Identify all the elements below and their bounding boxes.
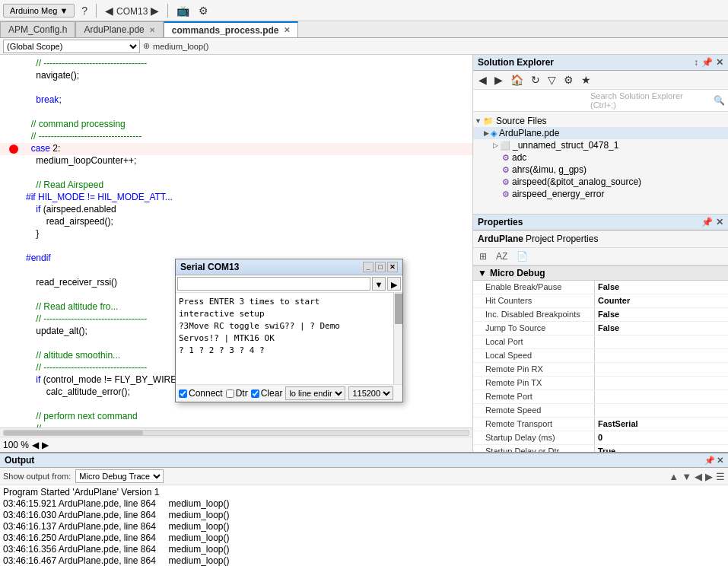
prop-name: Remote Port <box>473 390 595 403</box>
se-sync-icon[interactable]: ↕ <box>694 57 698 68</box>
output-filter-icon[interactable]: ☰ <box>716 471 725 482</box>
dtr-checkbox-label[interactable]: Dtr <box>226 388 248 399</box>
connect-checkbox-label[interactable]: Connect <box>179 388 223 399</box>
serial-input-field[interactable] <box>177 277 370 291</box>
code-text: // ---------------------------------- <box>26 131 142 143</box>
connect-checkbox[interactable] <box>179 389 187 398</box>
section-collapse-icon: ▼ <box>478 268 487 278</box>
line-num <box>3 301 26 313</box>
serial-monitor-content[interactable]: Press ENTER 3 times to start interactive… <box>176 293 402 384</box>
tree-item-ahrs[interactable]: ⚙ ahrs(&imu, g_gps) <box>473 164 728 176</box>
scope-func-icon: ⊕ <box>143 41 150 51</box>
output-left-icon[interactable]: ◀ <box>695 471 702 482</box>
properties-grid[interactable]: ▼ Micro Debug Enable Break/Pause False H… <box>473 265 728 452</box>
arduino-menu-btn[interactable]: Arduino Meg ▼ <box>3 4 75 17</box>
code-line: // perform next command <box>0 411 472 423</box>
code-text: // perform next command <box>26 411 138 423</box>
output-close-icon[interactable]: ✕ <box>717 456 723 466</box>
output-source-select[interactable]: Micro Debug Trace <box>75 469 164 483</box>
tab-commands[interactable]: commands_process.pde ✕ <box>164 21 298 37</box>
serial-input-icon-1[interactable]: ▼ <box>372 277 386 291</box>
solution-explorer-search-input[interactable] <box>476 94 587 107</box>
tree-item-airspeed[interactable]: ⚙ airspeed(&pitot_analog_source) <box>473 176 728 188</box>
prop-alpha-btn[interactable]: AZ <box>493 250 510 263</box>
serial-monitor-bottom: Connect Dtr Clear lo line endir 115200 <box>176 384 402 402</box>
tab-commands-close[interactable]: ✕ <box>284 26 290 34</box>
help-icon[interactable]: ? <box>79 3 90 18</box>
prop-value[interactable]: FastSerial <box>595 418 728 431</box>
se-refresh-btn[interactable]: ↻ <box>529 72 542 87</box>
line-num <box>3 374 26 386</box>
clear-checkbox-label[interactable]: Clear <box>251 388 283 399</box>
prop-value[interactable]: 0 <box>595 431 728 444</box>
toolbar-separator-1 <box>96 4 97 17</box>
output-down-icon[interactable]: ▼ <box>682 471 691 482</box>
se-forward-btn[interactable]: ▶ <box>492 72 505 87</box>
prop-pin-icon[interactable]: 📌 <box>701 217 713 227</box>
se-star-btn[interactable]: ★ <box>579 72 593 87</box>
prop-page-btn[interactable]: 📄 <box>513 250 531 263</box>
serial-monitor-scrollbar[interactable] <box>393 293 402 384</box>
zoom-decrease-btn[interactable]: ◀ <box>32 440 39 450</box>
serial-monitor-maximize-btn[interactable]: □ <box>375 262 386 272</box>
tree-arrow[interactable]: ▼ <box>475 117 482 125</box>
properties-title: Properties <box>478 217 523 227</box>
prop-categorize-btn[interactable]: ⊞ <box>476 250 490 263</box>
code-line <box>0 167 472 180</box>
line-num <box>3 411 26 423</box>
tree-item-arduplane[interactable]: ▶ ◈ ArduPlane.pde <box>473 127 728 139</box>
code-horizontal-scrollbar[interactable] <box>0 428 472 437</box>
tree-arrow[interactable]: ▶ <box>484 129 489 137</box>
prop-value[interactable]: True <box>595 445 728 452</box>
baud-rate-select[interactable]: 115200 <box>348 386 393 400</box>
prop-close-icon[interactable]: ✕ <box>716 217 723 227</box>
se-back-btn[interactable]: ◀ <box>476 72 489 87</box>
tree-item-adc[interactable]: ⚙ adc <box>473 151 728 164</box>
dtr-checkbox[interactable] <box>226 389 234 398</box>
tree-item-source-files[interactable]: ▼ 📁 Source Files <box>473 115 728 127</box>
prop-value[interactable]: False <box>595 308 728 321</box>
scope-selector[interactable]: (Global Scope) <box>3 40 140 53</box>
tree-item-struct[interactable]: ▷ ⬜ _unnamed_struct_0478_1 <box>473 139 728 151</box>
prop-value[interactable]: False <box>595 281 728 294</box>
output-title: Output <box>5 455 34 466</box>
output-up-icon[interactable]: ▲ <box>669 471 679 482</box>
search-icon[interactable]: 🔍 <box>714 95 725 106</box>
item-icon: ⚙ <box>502 189 510 199</box>
serial-monitor-minimize-btn[interactable]: _ <box>363 262 374 272</box>
serial-send-btn[interactable]: ▶ <box>387 277 401 291</box>
tab-arduplane[interactable]: ArduPlane.pde ✕ <box>75 21 163 37</box>
line-num <box>3 313 26 326</box>
prop-section-micro-debug[interactable]: ▼ Micro Debug <box>473 265 728 281</box>
se-settings-btn[interactable]: ⚙ <box>561 72 576 87</box>
prop-value[interactable] <box>595 404 728 417</box>
prop-value[interactable]: False <box>595 322 728 335</box>
zoom-increase-btn[interactable]: ▶ <box>42 440 49 450</box>
prop-value[interactable] <box>595 377 728 389</box>
clear-checkbox[interactable] <box>251 389 259 398</box>
com-selector[interactable]: ◀ COM13 ▶ <box>103 3 161 18</box>
line-ending-select[interactable]: lo line endir <box>285 386 345 400</box>
serial-monitor-close-btn[interactable]: ✕ <box>387 262 398 272</box>
se-pin-icon[interactable]: 📌 <box>701 57 713 68</box>
serial-monitor-controls: _ □ ✕ <box>363 262 398 272</box>
prop-value[interactable] <box>595 349 728 362</box>
tab-arduplane-close[interactable]: ✕ <box>149 26 155 34</box>
prop-value[interactable]: Counter <box>595 294 728 307</box>
monitor-icon[interactable]: 📺 <box>174 3 192 18</box>
se-filter-btn[interactable]: ▽ <box>545 72 558 87</box>
tree-item-airspeed-energy[interactable]: ⚙ airspeed_energy_error <box>473 188 728 200</box>
settings-icon[interactable]: ⚙ <box>196 3 211 18</box>
code-line <box>0 82 472 94</box>
tab-apm-config[interactable]: APM_Config.h <box>0 21 75 37</box>
tree-arrow[interactable]: ▷ <box>493 141 498 149</box>
output-content[interactable]: Program Started 'ArduPlane' Version 1 03… <box>0 485 728 585</box>
prop-value[interactable] <box>595 335 728 348</box>
prop-row: Jump To Source False <box>473 322 728 335</box>
se-close-icon[interactable]: ✕ <box>716 57 723 68</box>
se-home-btn[interactable]: 🏠 <box>508 72 526 87</box>
prop-value[interactable] <box>595 363 728 376</box>
output-right-icon[interactable]: ▶ <box>705 471 713 482</box>
prop-value[interactable] <box>595 390 728 403</box>
output-pin-icon[interactable]: 📌 <box>704 456 715 466</box>
